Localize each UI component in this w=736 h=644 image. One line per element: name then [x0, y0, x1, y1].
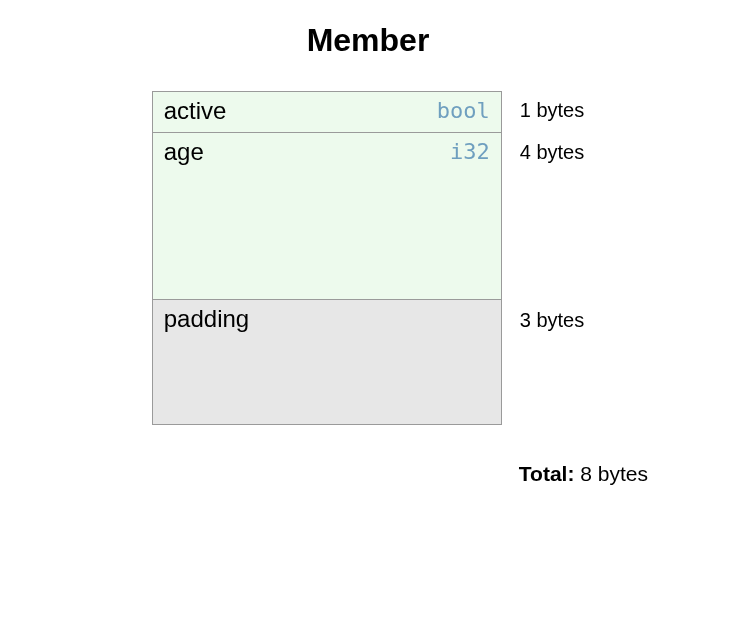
layout-row: active bool age i32 padding 1 bytes 4 by…	[152, 91, 584, 434]
field-size: 1 bytes	[520, 98, 584, 140]
total-line: Total: 8 bytes	[88, 462, 648, 486]
field-row: active bool	[152, 91, 502, 133]
field-name: padding	[164, 305, 249, 334]
field-type: bool	[437, 97, 490, 126]
total-value: 8 bytes	[580, 462, 648, 485]
fields-column: active bool age i32 padding	[152, 91, 502, 425]
field-name: age	[164, 138, 204, 167]
field-type: i32	[450, 138, 490, 167]
total-label: Total:	[519, 462, 575, 485]
struct-title: Member	[307, 22, 430, 59]
field-row: age i32	[152, 132, 502, 300]
sizes-column: 1 bytes 4 bytes 3 bytes	[520, 91, 584, 434]
field-size: 3 bytes	[520, 308, 584, 434]
field-name: active	[164, 97, 227, 126]
padding-row: padding	[152, 299, 502, 425]
field-size: 4 bytes	[520, 140, 584, 308]
